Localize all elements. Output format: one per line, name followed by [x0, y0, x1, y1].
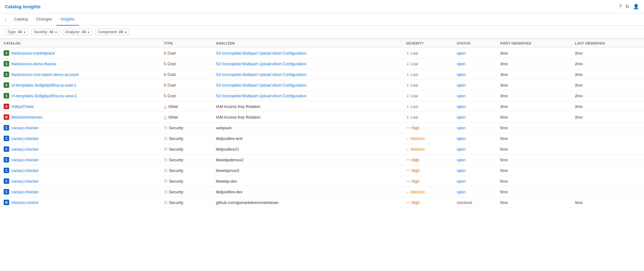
catalog-name[interactable]: cf-templates-3ci8g0qv95rq-eu-west-1 — [12, 94, 77, 98]
type-icon: ☉ — [164, 200, 168, 205]
status-label: open — [457, 147, 465, 152]
status-label: open — [457, 62, 465, 66]
severity-label: Medium — [411, 136, 425, 141]
catalog-name[interactable]: MosheImmerman — [12, 115, 42, 119]
table-row: C canary-checker ☉ Security libdjvulibre… — [0, 187, 644, 197]
type-label: Security — [169, 126, 183, 130]
filter-component[interactable]: Component: All ▾ — [95, 29, 129, 35]
filter-type[interactable]: Type: All ▾ — [5, 29, 28, 35]
table-row: A AdityaThebe △ Other IAM Access Key Rot… — [0, 101, 644, 112]
analyzer-link[interactable]: S3 Incomplete Multipart Upload Abort Con… — [216, 94, 306, 98]
catalog-icon: C — [4, 157, 9, 162]
table-row: S cf-templates-3ci8g0qv95rq-us-east-1 $ … — [0, 80, 644, 91]
analyzer-text: IAM Access Key Rotation — [216, 115, 261, 119]
catalog-icon: C — [4, 146, 9, 152]
col-analyzer: ANALYZER — [212, 39, 403, 48]
help-icon[interactable]: ? — [619, 4, 622, 9]
catalog-name[interactable]: flanksource-cost-report-demo-account — [12, 72, 79, 77]
filter-severity[interactable]: Severity: All ▾ — [31, 29, 60, 35]
cell-analyzer: S3 Incomplete Multipart Upload Abort Con… — [212, 69, 403, 80]
cell-catalog: S flanksource-cost-report-demo-account — [0, 69, 160, 80]
catalog-name[interactable]: canary-checker — [12, 168, 39, 173]
analyzer-text: libdjvulibre21 — [216, 147, 239, 152]
cell-severity: ⤓ Low — [403, 80, 453, 91]
catalog-name[interactable]: flanksource-marketplace — [12, 51, 55, 55]
severity-icon: ⤓ — [406, 51, 409, 55]
collapse-button[interactable]: ‹ — [2, 15, 9, 24]
refresh-icon[interactable]: ↻ — [625, 4, 629, 9]
catalog-name[interactable]: canary-checker — [12, 147, 39, 152]
catalog-name[interactable]: mission-control — [12, 200, 38, 205]
app-header: Catalog Insights ? ↻ 👤 — [0, 0, 644, 13]
cell-first-observed: 5mo — [497, 112, 571, 123]
cell-last-observed — [571, 187, 644, 197]
cell-type: ☉ Security — [160, 123, 212, 133]
severity-label: Low — [411, 83, 418, 87]
filter-analyzer[interactable]: Analyzer: All ▾ — [63, 29, 92, 35]
analyzer-link[interactable]: S3 Incomplete Multipart Upload Abort Con… — [216, 51, 306, 55]
cell-last-observed: 2mo — [571, 91, 644, 101]
type-label: Security — [169, 136, 183, 141]
type-icon: ☉ — [164, 179, 168, 184]
catalog-name[interactable]: canary-checker — [12, 158, 39, 162]
tab-catalog[interactable]: Catalog — [10, 13, 32, 26]
type-label: Cost — [168, 51, 176, 55]
tab-changes[interactable]: Changes — [32, 13, 56, 26]
cell-first-observed: 5mo — [497, 155, 571, 165]
cell-severity: ⤓ Low — [403, 48, 453, 59]
status-label: open — [457, 94, 465, 98]
cell-first-observed: 5mo — [497, 133, 571, 144]
analyzer-link[interactable]: S3 Incomplete Multipart Upload Abort Con… — [216, 83, 306, 87]
table-row: C canary-checker ☉ Security libwebp-dev … — [0, 176, 644, 187]
cell-severity: ⌄ Medium — [403, 187, 453, 197]
cell-analyzer: S3 Incomplete Multipart Upload Abort Con… — [212, 80, 403, 91]
catalog-icon: C — [4, 168, 9, 173]
type-label: Security — [169, 190, 183, 194]
header-icons: ? ↻ 👤 — [619, 4, 639, 9]
table-row: S cf-templates-3ci8g0qv95rq-eu-west-1 $ … — [0, 91, 644, 101]
cell-status: open — [453, 80, 496, 91]
table-row: C canary-checker ☉ Security libwebpdemux… — [0, 155, 644, 165]
cell-first-observed: 3mo — [497, 91, 571, 101]
severity-icon: — — [406, 200, 410, 205]
type-label: Cost — [168, 62, 176, 66]
cell-last-observed: 5mo — [571, 197, 644, 208]
catalog-name[interactable]: cf-templates-3ci8g0qv95rq-us-east-1 — [12, 83, 76, 87]
filter-severity-value: All — [49, 30, 53, 34]
severity-icon: ⤓ — [406, 62, 409, 66]
user-icon[interactable]: 👤 — [633, 4, 639, 9]
cell-type: $ Cost — [160, 91, 212, 101]
catalog-name[interactable]: flanksource-demo-thanos — [12, 62, 56, 66]
cell-catalog: C canary-checker — [0, 155, 160, 165]
catalog-icon: S — [4, 82, 9, 88]
cell-last-observed: 2mo — [571, 69, 644, 80]
cell-status: open — [453, 176, 496, 187]
catalog-icon: A — [4, 104, 9, 109]
filter-type-value: All — [18, 30, 22, 34]
col-severity: SEVERITY — [403, 39, 453, 48]
cell-first-observed: 5mo — [497, 176, 571, 187]
cell-severity: ⤓ Low — [403, 101, 453, 112]
filter-component-label: Component: — [98, 30, 118, 34]
severity-label: Low — [411, 115, 418, 119]
catalog-name[interactable]: canary-checker — [12, 179, 39, 184]
type-icon: ☉ — [164, 136, 168, 141]
cell-first-observed: 5mo — [497, 197, 571, 208]
tab-insights[interactable]: Insights — [56, 13, 79, 26]
severity-label: Low — [411, 51, 418, 55]
cell-type: ☉ Security — [160, 144, 212, 155]
catalog-name[interactable]: canary-checker — [12, 126, 39, 130]
type-icon: ☉ — [164, 126, 168, 130]
analyzer-link[interactable]: S3 Incomplete Multipart Upload Abort Con… — [216, 72, 306, 77]
severity-icon: — — [406, 168, 410, 173]
catalog-name[interactable]: canary-checker — [12, 190, 39, 194]
severity-label: Low — [411, 72, 418, 77]
analyzer-link[interactable]: S3 Incomplete Multipart Upload Abort Con… — [216, 62, 306, 66]
cell-severity: ⤓ Low — [403, 112, 453, 123]
catalog-icon: S — [4, 61, 9, 66]
cell-type: △ Other — [160, 101, 212, 112]
table-container: CATALOG TYPE ANALYZER SEVERITY STATUS FI… — [0, 39, 644, 271]
cell-severity: ⌄ Medium — [403, 133, 453, 144]
catalog-name[interactable]: AdityaThebe — [12, 104, 34, 109]
catalog-name[interactable]: canary-checker — [12, 136, 39, 141]
